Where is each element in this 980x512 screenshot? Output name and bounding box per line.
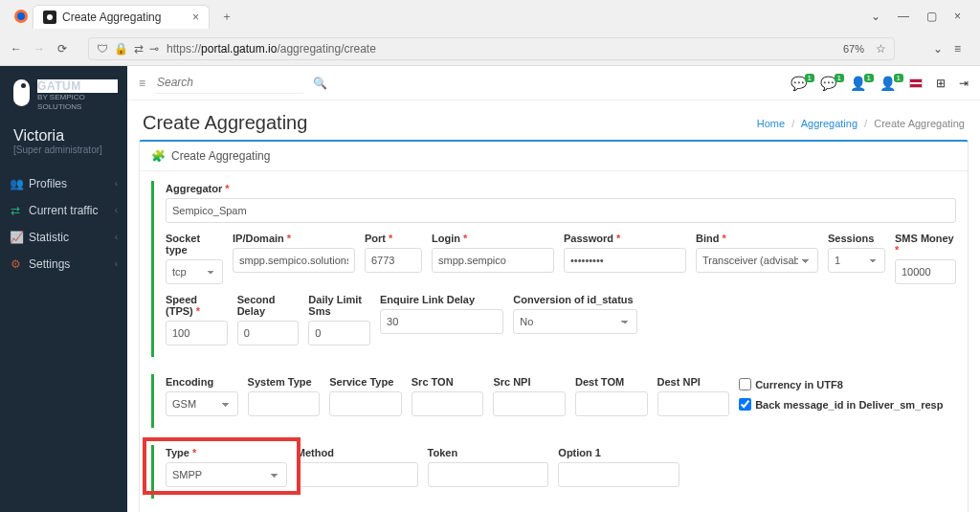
back-msg-checkbox[interactable] — [739, 398, 751, 411]
language-flag[interactable] — [909, 78, 923, 88]
tab-title: Create Aggregating — [62, 11, 161, 24]
sidebar-item-settings[interactable]: ⚙Settings‹ — [0, 251, 127, 278]
badge: 1 — [894, 74, 903, 82]
back-button[interactable]: ← — [10, 42, 23, 56]
label-system-type: System Type — [248, 376, 321, 388]
notif-icon-4[interactable]: 👤1 — [880, 76, 896, 91]
panel-title: Create Aggregating — [171, 149, 270, 163]
shield-icon[interactable]: 🛡 — [97, 42, 108, 56]
token-input[interactable] — [428, 462, 549, 487]
system-type-input[interactable] — [248, 391, 321, 416]
second-delay-input[interactable] — [237, 321, 300, 345]
dest-npi-input[interactable] — [657, 391, 730, 416]
breadcrumb-aggregating[interactable]: Aggregating — [801, 118, 858, 129]
search-icon[interactable]: 🔍 — [313, 77, 327, 90]
label-daily-limit: Daily Limit Sms — [308, 294, 370, 317]
reload-button[interactable]: ⟳ — [56, 42, 69, 56]
page-header: Create Aggregating Home / Aggregating / … — [127, 100, 980, 140]
top-icons: 💬1 💬1 👤1 👤1 ⊞ ⇥ — [791, 76, 969, 91]
minimize-button[interactable]: — — [898, 10, 909, 23]
label-src-ton: Src TON — [412, 376, 484, 388]
service-type-input[interactable] — [329, 391, 402, 416]
option1-input[interactable] — [558, 462, 679, 487]
label-dest-npi: Dest NPI — [657, 376, 730, 388]
section-encoding: EncodingGSM System Type Service Type Src… — [151, 374, 956, 428]
bookmark-icon[interactable]: ☆ — [876, 42, 886, 56]
sessions-select[interactable]: 1 — [828, 248, 885, 273]
menu-icon[interactable]: ≡ — [954, 42, 961, 56]
src-ton-input[interactable] — [412, 391, 484, 416]
sidebar-item-current-traffic[interactable]: ⇄Current traffic‹ — [0, 197, 127, 224]
enquire-input[interactable] — [380, 309, 503, 334]
burger-icon[interactable]: ≡ — [139, 77, 145, 90]
password-input[interactable] — [564, 248, 686, 273]
port-input[interactable] — [365, 248, 422, 273]
currency-utf8-check[interactable]: Currency in UTF8 — [739, 378, 956, 390]
bind-select[interactable]: Transceiver (advisable) — [696, 248, 818, 273]
grid-icon[interactable]: ⊞ — [936, 77, 946, 90]
currency-utf8-checkbox[interactable] — [739, 378, 751, 390]
ip-domain-input[interactable] — [233, 248, 355, 273]
chevron-down-icon[interactable]: ⌄ — [871, 10, 880, 23]
badge: 1 — [835, 74, 844, 82]
close-window-button[interactable]: × — [954, 10, 961, 23]
window-controls: ⌄ — ▢ × — [871, 10, 974, 23]
sidebar-item-label: Current traffic — [29, 204, 98, 217]
main-content: ≡ 🔍 💬1 💬1 👤1 👤1 ⊞ ⇥ Create Aggregating H… — [127, 66, 980, 512]
label-socket-type: Socket type — [166, 233, 223, 256]
label-type: Type — [166, 447, 189, 458]
back-msg-check[interactable]: Back message_id in Deliver_sm_resp — [739, 398, 956, 411]
settings-toggle-icon[interactable]: ⇄ — [134, 42, 144, 56]
notif-icon-2[interactable]: 💬1 — [820, 76, 836, 91]
section-connection: Aggregator * Socket typetcp IP/Domain * … — [151, 181, 956, 357]
new-tab-button[interactable]: ＋ — [213, 5, 240, 29]
label-bind: Bind — [696, 233, 719, 244]
url-box[interactable]: 🛡 🔒 ⇄ ⊸ https://portal.gatum.io/aggregat… — [88, 37, 895, 60]
chevron-left-icon: ‹ — [115, 205, 118, 215]
close-icon[interactable]: × — [192, 11, 199, 24]
sidebar-item-profiles[interactable]: 👥Profiles‹ — [0, 170, 127, 197]
maximize-button[interactable]: ▢ — [926, 10, 937, 23]
panel-header: 🧩 Create Aggregating — [140, 142, 968, 171]
url-text: https://portal.gatum.io/aggregating/crea… — [167, 42, 832, 56]
zoom-level[interactable]: 67% — [839, 43, 868, 55]
lock-icon[interactable]: 🔒 — [114, 42, 128, 56]
notif-icon-3[interactable]: 👤1 — [850, 76, 866, 91]
user-role: [Super administrator] — [0, 145, 127, 170]
chevron-left-icon: ‹ — [115, 258, 118, 269]
chevron-left-icon: ‹ — [115, 178, 118, 189]
socket-type-select[interactable]: tcp — [166, 259, 223, 284]
label-login: Login — [432, 233, 460, 244]
label-speed: Speed (TPS) — [166, 294, 197, 317]
method-input[interactable] — [297, 462, 418, 487]
search-input[interactable] — [155, 72, 303, 94]
sidebar-item-statistic[interactable]: 📈Statistic‹ — [0, 224, 127, 251]
sms-money-input[interactable] — [895, 259, 956, 284]
form-panel: 🧩 Create Aggregating Aggregator * Socket… — [139, 140, 969, 512]
encoding-select[interactable]: GSM — [166, 391, 238, 416]
badge: 1 — [864, 74, 874, 82]
label-dest-tom: Dest TOM — [575, 376, 648, 388]
login-input[interactable] — [432, 248, 554, 273]
daily-limit-input[interactable] — [308, 321, 370, 345]
aggregator-input[interactable] — [166, 198, 956, 223]
tab-bar: Create Aggregating × ＋ ⌄ — ▢ × — [0, 0, 980, 33]
key-icon[interactable]: ⊸ — [149, 42, 159, 56]
sidebar-item-label: Profiles — [29, 177, 67, 190]
conversion-select[interactable]: No — [513, 309, 636, 334]
breadcrumb-home[interactable]: Home — [757, 118, 785, 129]
speed-input[interactable] — [166, 321, 228, 345]
logout-icon[interactable]: ⇥ — [959, 77, 969, 90]
browser-tab[interactable]: Create Aggregating × — [33, 5, 210, 29]
src-npi-input[interactable] — [493, 391, 566, 416]
sidebar: GATUM BY SEMPICO SOLUTIONS Victoria [Sup… — [0, 66, 127, 512]
section-type: Type *SMPP Method Token Option 1 — [151, 445, 956, 499]
type-select[interactable]: SMPP — [166, 462, 287, 487]
page-title: Create Aggregating — [143, 112, 307, 134]
pocket-icon[interactable]: ⌄ — [933, 42, 943, 56]
dest-tom-input[interactable] — [575, 391, 648, 416]
notif-icon-1[interactable]: 💬1 — [791, 76, 807, 91]
firefox-icon — [13, 9, 29, 24]
breadcrumb: Home / Aggregating / Create Aggregating — [757, 118, 965, 129]
svg-point-1 — [17, 12, 25, 20]
